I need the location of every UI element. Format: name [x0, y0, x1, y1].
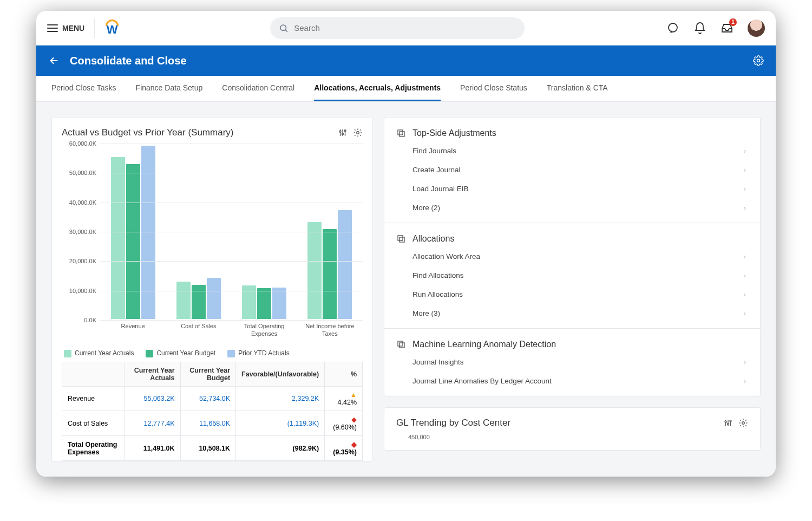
chevron-right-icon: ›	[744, 358, 746, 366]
nav-item[interactable]: Find Journals›	[396, 141, 748, 160]
back-arrow-icon[interactable]	[48, 55, 60, 67]
svg-point-0	[280, 25, 286, 31]
nav-item[interactable]: More (2)›	[396, 198, 748, 217]
column-header: Current Year Actuals	[125, 362, 180, 387]
tab-period-close-tasks[interactable]: Period Close Tasks	[51, 83, 116, 101]
table-row: Cost of Sales12,777.4K11,658.0K(1,119.3K…	[62, 411, 363, 436]
menu-button[interactable]: MENU	[47, 24, 84, 32]
nav-item[interactable]: Find Allocations›	[396, 266, 748, 285]
nav-item[interactable]: Run Allocations›	[396, 285, 748, 304]
nav-item[interactable]: Journal Insights›	[396, 353, 748, 372]
y-tick: 40,000.0K	[69, 199, 96, 206]
tab-finance-data-setup[interactable]: Finance Data Setup	[136, 83, 203, 101]
column-header: Favorable/(Unfavorable)	[236, 362, 325, 387]
x-label: Revenue	[100, 321, 166, 343]
gear-icon[interactable]	[738, 418, 748, 428]
tab-allocations-accruals-adjustments[interactable]: Allocations, Accruals, Adjustments	[314, 83, 441, 101]
x-label: Net Income before Taxes	[297, 321, 363, 343]
bar[interactable]	[323, 229, 337, 319]
bar[interactable]	[111, 157, 125, 319]
x-label: Cost of Sales	[166, 321, 231, 343]
svg-rect-13	[398, 236, 403, 240]
nav-item[interactable]: Load Journal EIB›	[396, 179, 748, 198]
y-tick: 50,000.0K	[69, 170, 96, 176]
bar[interactable]	[176, 282, 191, 319]
conversations-icon[interactable]	[666, 22, 679, 35]
svg-rect-11	[398, 130, 403, 135]
nav-item[interactable]: Journal Line Anomalies By Ledger Account…	[396, 372, 748, 390]
chevron-right-icon: ›	[744, 252, 746, 260]
chevron-right-icon: ›	[744, 309, 746, 317]
svg-point-22	[730, 420, 731, 422]
divider	[94, 18, 95, 38]
stack-icon	[396, 128, 406, 138]
x-label: Total Operating Expenses	[232, 321, 297, 343]
inbox-badge: 1	[729, 18, 737, 26]
tab-period-close-status[interactable]: Period Close Status	[460, 83, 527, 101]
svg-point-7	[342, 133, 344, 135]
svg-line-1	[286, 30, 287, 31]
legend-item[interactable]: Current Year Actuals	[64, 349, 134, 357]
bar[interactable]	[126, 164, 140, 320]
section-title: Top-Side Adjustments	[412, 128, 496, 138]
chevron-right-icon: ›	[744, 204, 746, 212]
avatar[interactable]	[748, 19, 765, 37]
svg-rect-12	[400, 132, 404, 136]
legend-item[interactable]: Current Year Budget	[146, 349, 215, 357]
table-row: Total Operating Expenses11,491.0K10,508.…	[62, 436, 363, 461]
y-tick: 10,000.0K	[69, 288, 96, 294]
bar[interactable]	[307, 222, 322, 319]
column-header	[62, 362, 125, 387]
y-tick: 60,000.0K	[69, 140, 96, 147]
legend-item[interactable]: Prior YTD Actuals	[227, 349, 289, 357]
stack-icon	[396, 234, 406, 244]
section-title: Machine Learning Anomaly Detection	[412, 340, 556, 349]
chevron-right-icon: ›	[744, 166, 746, 174]
svg-point-9	[344, 130, 346, 132]
stack-icon	[396, 340, 406, 349]
bar[interactable]	[207, 278, 221, 319]
summary-table: Current Year ActualsCurrent Year BudgetF…	[62, 362, 363, 461]
tab-translation-cta[interactable]: Translation & CTA	[547, 83, 608, 101]
nav-item[interactable]: Create Journal›	[396, 160, 748, 179]
inbox-icon[interactable]: 1	[721, 22, 734, 35]
y-tick: 30,000.0K	[69, 229, 96, 235]
bar[interactable]	[272, 288, 286, 320]
nav-item[interactable]: Allocation Work Area›	[396, 247, 748, 266]
workday-logo[interactable]: W	[104, 21, 120, 36]
section-title: Allocations	[412, 234, 454, 244]
search-icon	[279, 23, 289, 33]
column-header: Current Year Budget	[180, 362, 236, 387]
hamburger-icon	[47, 24, 58, 32]
tab-consolidation-central[interactable]: Consolidation Central	[222, 83, 294, 101]
gl-title: GL Trending by Cost Center	[396, 418, 510, 428]
svg-point-3	[757, 60, 760, 62]
chart-card: Actual vs Budget vs Prior Year (Summary)…	[51, 117, 373, 461]
y-tick: 20,000.0K	[69, 258, 96, 264]
svg-point-2	[669, 23, 677, 32]
nav-item[interactable]: More (3)›	[396, 304, 748, 323]
bar[interactable]	[192, 285, 206, 319]
svg-rect-16	[400, 343, 404, 348]
sliders-icon[interactable]	[723, 418, 733, 428]
chevron-right-icon: ›	[744, 271, 746, 279]
svg-rect-14	[400, 237, 404, 242]
y-tick: 0.0K	[84, 317, 96, 323]
search-box[interactable]	[270, 17, 525, 39]
gear-icon[interactable]	[353, 128, 363, 138]
svg-rect-15	[398, 341, 403, 346]
bar[interactable]	[257, 288, 271, 319]
chevron-right-icon: ›	[744, 147, 746, 155]
svg-point-5	[339, 131, 341, 132]
sliders-icon[interactable]	[338, 128, 348, 138]
chevron-right-icon: ›	[744, 185, 746, 193]
table-row: Revenue55,063.2K52,734.0K2,329.2K▲ 4.42%	[62, 387, 363, 411]
chart-title: Actual vs Budget vs Prior Year (Summary)	[62, 127, 233, 138]
notifications-icon[interactable]	[693, 22, 706, 35]
bar[interactable]	[338, 210, 352, 319]
svg-point-20	[728, 424, 729, 425]
column-header: %	[325, 362, 363, 387]
search-input[interactable]	[294, 23, 516, 32]
page-settings-icon[interactable]	[753, 55, 764, 66]
svg-point-10	[357, 132, 359, 134]
